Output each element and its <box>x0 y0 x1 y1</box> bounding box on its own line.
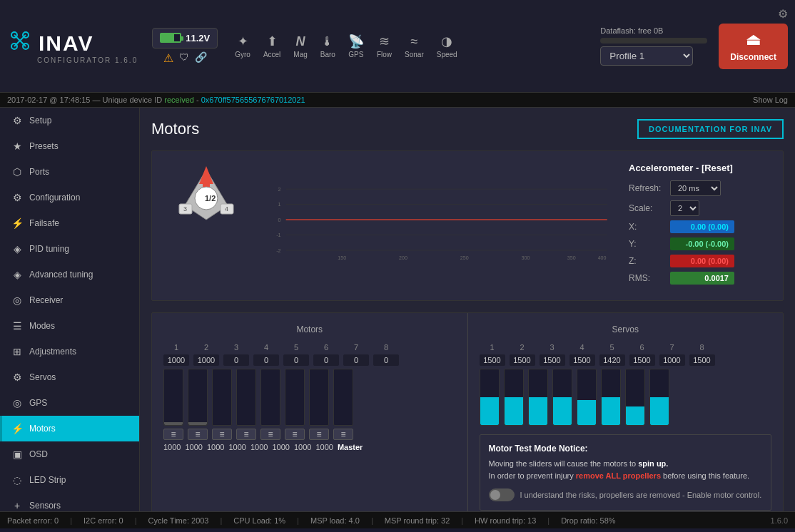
motor-slider-7[interactable]: ≡ <box>309 429 329 440</box>
enable-motor-toggle[interactable] <box>489 488 515 501</box>
servos-title: Servos <box>480 324 772 334</box>
link-icon[interactable]: 🔗 <box>195 51 207 65</box>
motor-slider-4[interactable]: ≡ <box>236 429 256 440</box>
servo-val-8: 1500 <box>689 354 715 366</box>
motor-slider-3[interactable]: ≡ <box>212 429 232 440</box>
nav-speed-button[interactable]: ◑ Speed <box>431 29 463 63</box>
nav-gps-button[interactable]: 📡 GPS <box>343 29 370 63</box>
sidebar-item-adjustments[interactable]: ⊞ Adjustments <box>0 339 139 364</box>
motor-slider-8[interactable]: ≡ <box>333 429 353 440</box>
motor-slider-6[interactable]: ≡ <box>285 429 305 440</box>
received-label: received <box>164 96 194 104</box>
device-id: 0x670ff575655676767012021 <box>201 96 305 104</box>
warning-triangle-icon[interactable]: ⚠ <box>163 51 173 65</box>
nav-flow-button[interactable]: ≋ Flow <box>371 29 398 63</box>
svg-text:150: 150 <box>338 255 346 261</box>
motor-slider-1[interactable]: ≡ <box>163 429 183 440</box>
z-value: 0.00 (0.00) <box>670 255 734 267</box>
rms-label: RMS: <box>629 273 664 283</box>
svg-text:1/2: 1/2 <box>205 194 216 203</box>
documentation-button[interactable]: DOCUMENTATION FOR INAV <box>637 119 784 139</box>
accel-z-row: Z: 0.00 (0.00) <box>629 255 771 267</box>
servo-col-5: 5 1420 <box>599 343 625 366</box>
sidebar-item-ports[interactable]: ⬡ Ports <box>0 159 139 185</box>
svg-text:200: 200 <box>399 255 407 261</box>
motor-bot-7: 1000 <box>294 443 311 451</box>
sidebar-item-setup[interactable]: ⚙ Setup <box>0 108 139 133</box>
motor-col-6: 6 0 <box>313 343 339 366</box>
motor-top-2: 1000 <box>193 354 219 366</box>
motor-slider-5[interactable]: ≡ <box>260 429 280 440</box>
sidebar-label-setup: Setup <box>29 116 51 126</box>
sidebar-item-failsafe[interactable]: ⚡ Failsafe <box>0 210 139 236</box>
dataflash-bar <box>600 38 707 44</box>
settings-icon[interactable]: ⚙ <box>778 7 788 21</box>
svg-marker-7 <box>199 166 213 184</box>
nav-accel-button[interactable]: ⬆ Accel <box>258 29 286 63</box>
x-label: X: <box>629 222 664 232</box>
servo-col-3: 3 1500 <box>540 343 565 366</box>
enable-motor-row: I understand the risks, propellers are r… <box>489 488 763 501</box>
sidebar-label-presets: Presets <box>29 141 59 151</box>
scale-select[interactable]: 2 4 8 <box>670 200 699 216</box>
refresh-select[interactable]: 20 ms 50 ms 100 ms <box>670 180 721 196</box>
nav-mag-button[interactable]: N Mag <box>288 30 313 63</box>
disconnect-button[interactable]: ⏏ Disconnect <box>719 24 788 69</box>
sidebar-item-configuration[interactable]: ⚙ Configuration <box>0 185 139 210</box>
sidebar-item-sensors[interactable]: + Sensors <box>0 493 139 511</box>
show-log-button[interactable]: Show Log <box>753 96 788 104</box>
y-value: -0.00 (-0.00) <box>670 237 734 250</box>
profile-select[interactable]: Profile 1 Profile 2 Profile 3 <box>600 46 693 66</box>
shield-icon[interactable]: 🛡 <box>179 51 189 65</box>
servo-bar-6 <box>601 369 621 426</box>
sidebar-label-gps: GPS <box>29 398 47 408</box>
nav-baro-button[interactable]: 🌡 Baro <box>315 30 341 63</box>
servo-col-1: 1 1500 <box>480 343 505 366</box>
accel-scale-row: Scale: 2 4 8 <box>629 200 771 216</box>
logo-text: INAV <box>39 31 93 56</box>
sidebar-item-gps[interactable]: ◎ GPS <box>0 390 139 416</box>
sidebar-item-servos[interactable]: ⚙ Servos <box>0 364 139 390</box>
motor-bar-7 <box>309 369 329 426</box>
page-header: Motors DOCUMENTATION FOR INAV <box>151 119 784 139</box>
servo-col-8: 8 1500 <box>689 343 715 366</box>
motor-bar-3 <box>212 369 232 426</box>
adjustments-icon: ⊞ <box>11 346 24 357</box>
nav-gyro-button[interactable]: ✦ Gyro <box>229 29 256 63</box>
configuration-icon: ⚙ <box>11 192 24 203</box>
separator: — <box>92 96 100 104</box>
advanced-icon: ◈ <box>11 269 24 280</box>
motor-bar-2 <box>188 369 208 426</box>
motor-slider-2[interactable]: ≡ <box>188 429 208 440</box>
sidebar-item-osd[interactable]: ▣ OSD <box>0 441 139 467</box>
nav-sonar-button[interactable]: ≈ Sonar <box>399 30 430 63</box>
sidebar-item-presets[interactable]: ★ Presets <box>0 133 139 159</box>
main-layout: ⚙ Setup ★ Presets ⬡ Ports ⚙ Configuratio… <box>0 108 795 511</box>
accel-title[interactable]: Accelerometer - [Reset] <box>629 163 771 173</box>
motor-bar-5 <box>260 369 280 426</box>
sidebar-item-led-strip[interactable]: ◌ LED Strip <box>0 467 139 493</box>
motor-top-3: 0 <box>223 354 249 366</box>
notice-box: Motor Test Mode Notice: Moving the slide… <box>480 434 772 511</box>
sidebar-label-modes: Modes <box>29 321 55 331</box>
led-icon: ◌ <box>11 474 24 486</box>
motor-bot-8: 1000 <box>315 443 333 451</box>
notice-remove-text: remove ALL propellers <box>576 471 661 480</box>
sidebar-item-pid-tuning[interactable]: ◈ PID tuning <box>0 236 139 262</box>
sidebar-item-advanced-tuning[interactable]: ◈ Advanced tuning <box>0 262 139 287</box>
servo-val-4: 1500 <box>569 354 595 366</box>
svg-text:250: 250 <box>460 255 469 261</box>
motor-bot-6: 1000 <box>272 443 289 451</box>
servo-val-1: 1500 <box>480 354 505 366</box>
sidebar-item-modes[interactable]: ☰ Modes <box>0 313 139 339</box>
motor-bars-row <box>163 369 456 426</box>
servo-bars-row <box>480 369 772 426</box>
checkbox-label: I understand the risks, propellers are r… <box>520 491 762 499</box>
sidebar-item-motors[interactable]: ⚡ Motors <box>0 416 139 441</box>
sidebar-item-receiver[interactable]: ◎ Receiver <box>0 287 139 313</box>
receiver-icon: ◎ <box>11 295 24 306</box>
servo-bar-5 <box>577 369 597 426</box>
svg-text:350: 350 <box>567 255 576 261</box>
motor-top-6: 0 <box>313 354 339 366</box>
notice-line2: In order to prevent injury <box>489 471 574 480</box>
